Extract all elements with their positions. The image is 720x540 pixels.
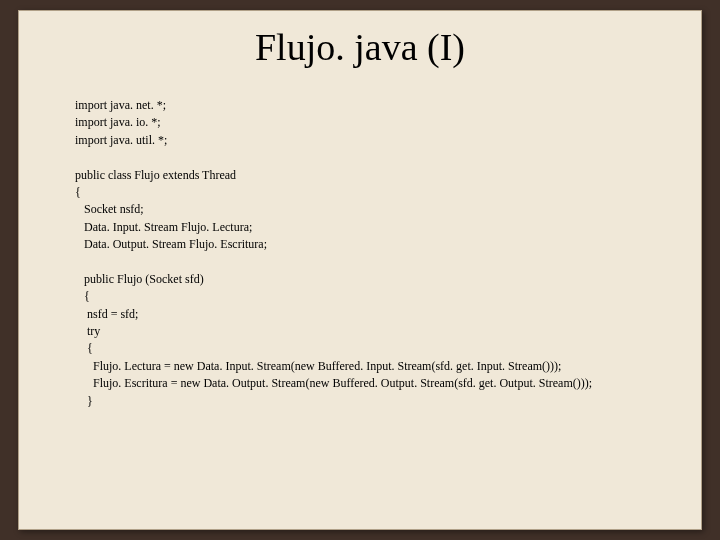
code-line: Flujo. Escritura = new Data. Output. Str… xyxy=(75,375,681,392)
code-line: nsfd = sfd; xyxy=(75,306,681,323)
code-blank-line xyxy=(75,149,681,166)
code-line: public class Flujo extends Thread xyxy=(75,167,681,184)
code-block: import java. net. *;import java. io. *;i… xyxy=(75,97,681,410)
code-line: Socket nsfd; xyxy=(75,201,681,218)
code-line: Flujo. Lectura = new Data. Input. Stream… xyxy=(75,358,681,375)
code-line: public Flujo (Socket sfd) xyxy=(75,271,681,288)
code-line: } xyxy=(75,393,681,410)
code-line: { xyxy=(75,288,681,305)
code-line: { xyxy=(75,184,681,201)
code-line: import java. util. *; xyxy=(75,132,681,149)
code-line: { xyxy=(75,340,681,357)
code-line: Data. Input. Stream Flujo. Lectura; xyxy=(75,219,681,236)
code-line: import java. io. *; xyxy=(75,114,681,131)
slide-title: Flujo. java (I) xyxy=(19,25,701,69)
code-blank-line xyxy=(75,254,681,271)
slide: Flujo. java (I) import java. net. *;impo… xyxy=(18,10,702,530)
code-line: try xyxy=(75,323,681,340)
code-line: import java. net. *; xyxy=(75,97,681,114)
code-line: Data. Output. Stream Flujo. Escritura; xyxy=(75,236,681,253)
